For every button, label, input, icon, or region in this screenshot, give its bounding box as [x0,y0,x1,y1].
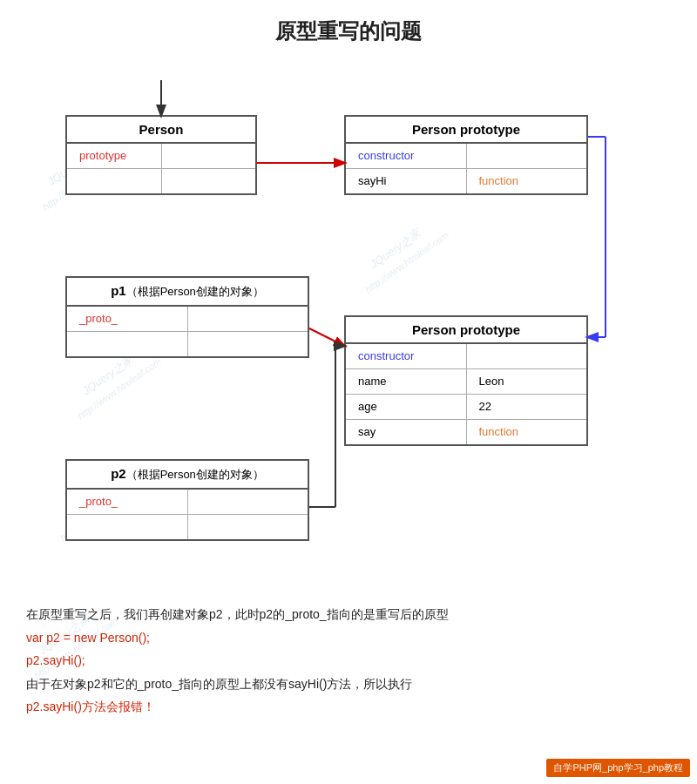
pp2-row-name: name Leon [346,369,586,395]
person-row-2 [67,169,255,193]
description-area: 在原型重写之后，我们再创建对象p2，此时p2的_proto_指向的是重写后的原型… [0,585,697,736]
p1-empty-left [67,332,188,356]
pp1-constructor-label: constructor [346,144,467,168]
p2-empty-left [67,515,188,539]
desc-line-3: p2.sayHi(); [26,649,671,672]
pp1-sayhi-value: function [467,169,587,193]
pp2-name-value: Leon [467,369,587,394]
desc-line-5: p2.sayHi()方法会报错！ [26,695,671,719]
p1-proto-label: _proto_ [67,307,188,331]
pp1-sayhi-label: sayHi [346,169,467,193]
page-title: 原型重写的问题 [0,0,697,71]
watermark: http://www.htmleaf.com [363,229,450,294]
p1-box: p1（根据Person创建的对象） _proto_ [65,276,309,358]
diagram-area: JQuery之家 http://www.htmleaf.com JQuery之家… [0,71,697,585]
person-prototype-value [162,144,256,168]
p2-row-1: _proto_ [67,490,308,515]
p2-proto-label: _proto_ [67,490,188,514]
p1-empty-right [188,332,308,356]
person-prototype-label: prototype [67,144,162,168]
pp2-constructor-label: constructor [346,344,467,368]
person-prototype-1-title: Person prototype [346,117,586,144]
watermark: JQuery之家 [79,352,137,399]
person-empty-left [67,169,162,193]
pp2-age-value: 22 [467,395,587,419]
person-prototype-1-box: Person prototype constructor sayHi funct… [344,115,588,195]
pp1-row-2: sayHi function [346,169,586,193]
p2-box: p2（根据Person创建的对象） _proto_ [65,459,309,541]
pp2-row-say: say function [346,420,586,444]
desc-line-2: var p2 = new Person(); [26,626,671,650]
pp2-row-age: age 22 [346,395,586,420]
person-empty-right [162,169,256,193]
person-row-1: prototype [67,144,255,169]
watermark: JQuery之家 [367,226,424,273]
pp2-age-label: age [346,395,467,419]
pp2-name-label: name [346,369,467,394]
person-prototype-2-title: Person prototype [346,317,586,344]
pp2-constructor-value [467,344,587,368]
footer-badge: 自学PHP网_php学习_php教程 [546,759,690,777]
p1-proto-value [188,307,308,331]
pp2-say-label: say [346,420,467,444]
person-box-title: Person [67,117,255,144]
p1-row-2 [67,332,308,356]
pp2-say-value: function [467,420,587,444]
p1-row-1: _proto_ [67,307,308,332]
p2-box-title: p2（根据Person创建的对象） [67,461,308,490]
pp1-constructor-value [467,144,587,168]
p1-box-title: p1（根据Person创建的对象） [67,278,308,307]
p2-empty-right [188,515,308,539]
pp1-row-1: constructor [346,144,586,169]
watermark: http://www.htmleaf.com [76,355,163,421]
person-prototype-2-box: Person prototype constructor name Leon a… [344,315,588,446]
person-box: Person prototype [65,115,257,195]
desc-line-4: 由于在对象p2和它的_proto_指向的原型上都没有sayHi()方法，所以执行 [26,672,671,696]
p2-proto-value [188,490,308,514]
svg-line-5 [309,328,344,346]
desc-line-1: 在原型重写之后，我们再创建对象p2，此时p2的_proto_指向的是重写后的原型 [26,603,671,626]
pp2-row-1: constructor [346,344,586,369]
p2-row-2 [67,515,308,539]
